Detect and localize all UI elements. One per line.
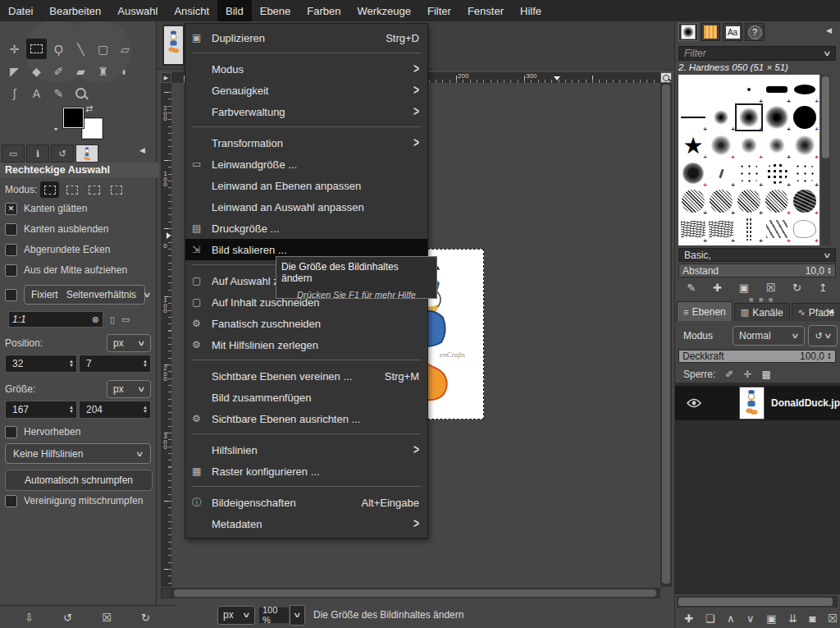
select-mode-subtract-button[interactable] [84,181,103,198]
edit-brush-icon[interactable]: ✎ [687,282,696,294]
brush-filter-input[interactable]: Filter ∨ [678,46,836,61]
menubar-item-hilfe[interactable]: Hilfe [512,0,550,21]
menubar-item-auswahl[interactable]: Auswahl [109,0,166,21]
brush-swatch-11[interactable] [707,131,735,159]
restore-tool-preset-icon[interactable]: ↺ [63,612,72,624]
brush-spacing-slider[interactable]: Abstand 10,0 ▲▼ [678,264,836,277]
menubar-item-datei[interactable]: Datei [0,0,41,21]
layer-mode-reset-button[interactable]: ↺ ∨ [808,325,838,346]
lock-alpha-icon[interactable]: ▩ [761,369,770,380]
tab-undo-history[interactable]: ↺ [51,144,74,163]
menu-item-genauigkeit[interactable]: Genauigkeit> [185,80,427,101]
lower-layer-icon[interactable]: ∨ [746,612,755,625]
size-height-input[interactable]: 204 ▲▼ [79,401,151,419]
open-brush-as-image-icon[interactable]: ↥ [819,282,828,294]
save-tool-preset-icon[interactable]: ⇩ [25,612,34,624]
default-colors-icon[interactable]: ▪▫ [54,125,56,133]
brush-swatch-10[interactable]: ★ [679,131,707,159]
dodge-burn-tool-icon[interactable]: ◐ [115,61,135,81]
rectangle-select-tool-icon[interactable] [26,39,47,59]
new-brush-icon[interactable]: ✚ [713,282,722,294]
status-zoom-value[interactable]: 100 % [258,607,290,624]
scrollbar-thumb[interactable] [678,598,833,606]
background-color-swatch[interactable] [82,118,103,139]
reset-tool-options-icon[interactable]: ↻ [141,612,150,624]
menu-item-transformation[interactable]: Transformation> [185,132,427,154]
select-mode-intersect-button[interactable] [107,181,126,198]
menubar-item-filter[interactable]: Filter [419,0,459,21]
raise-layer-icon[interactable]: ∧ [727,612,735,625]
tab-patterns[interactable] [701,23,720,41]
tab-layers[interactable]: ≡Ebenen [677,301,733,321]
swap-colors-icon[interactable]: ⇄ [85,103,93,114]
position-y-input[interactable]: 7 ▲▼ [79,355,151,373]
antialias-checkbox[interactable] [5,203,17,215]
menubar-item-fenster[interactable]: Fenster [459,0,512,21]
tab-brushes[interactable] [678,23,698,41]
color-picker-tool-icon[interactable]: ✎ [48,83,69,103]
menu-item-modus[interactable]: Modus> [185,58,427,80]
brush-swatch-6[interactable] [707,103,735,131]
menu-item-leinwand-an-auswahl-anpassen[interactable]: Leinwand an Auswahl anpassen [185,196,427,218]
menu-item-bild-zusammenfügen[interactable]: Bild zusammenfügen [185,387,427,408]
menu-item-raster-konfigurieren[interactable]: ▦Raster konfigurieren ... [185,461,427,482]
tab-help[interactable]: ? [745,23,765,41]
tab-tool-options[interactable]: ▭ [2,144,25,163]
lock-pixels-icon[interactable]: ✐ [725,369,733,380]
brush-swatch-7[interactable] [735,103,763,131]
menubar-item-farben[interactable]: Farben [299,0,349,21]
shrink-merged-checkbox[interactable] [5,495,17,507]
brush-grid-scrollbar[interactable] [821,75,830,245]
collapse-left-dock-icon[interactable]: ◀ [139,146,145,154]
status-unit-dropdown[interactable]: px ∨ [217,606,255,625]
brush-swatch-27[interactable] [735,215,763,243]
guides-dropdown[interactable]: Keine Hilfslinien ∨ [5,443,151,464]
spinner-arrows-icon[interactable]: ▲▼ [143,406,150,414]
layer-visibility-eye-icon[interactable] [687,398,701,408]
brush-swatch-29[interactable] [791,215,819,243]
delete-tool-preset-icon[interactable]: ☒ [102,612,112,624]
menu-item-sichtbare-ebenen-vereinen[interactable]: Sichtbare Ebenen vereinen ...Strg+M [185,365,427,387]
unified-transform-tool-icon[interactable]: ▱ [115,39,135,59]
navigation-corner-box[interactable] [161,588,171,598]
brush-swatch-4[interactable] [791,76,819,103]
opacity-slider[interactable]: Deckkraft 100,0 ▲▼ [678,350,836,363]
brush-swatch-19[interactable] [791,159,819,187]
brush-swatch-15[interactable] [679,159,707,187]
spinner-arrows-icon[interactable]: ▲▼ [69,406,76,414]
menu-item-metadaten[interactable]: Metadaten> [185,513,427,534]
path-tool-icon[interactable]: ʃ [4,83,25,103]
handle-transform-tool-icon[interactable]: ◤ [4,61,25,81]
brush-swatch-5[interactable] [679,103,707,131]
size-unit-dropdown[interactable]: px ∨ [107,380,151,398]
landscape-icon[interactable]: ▭ [121,314,130,325]
foreground-color-swatch[interactable] [63,108,84,128]
tab-fonts[interactable]: Aa [723,23,742,41]
brush-swatch-13[interactable] [763,131,791,159]
highlight-checkbox[interactable] [5,426,17,438]
brush-swatch-24[interactable] [791,187,819,215]
select-mode-add-button[interactable] [62,181,81,198]
scrollbar-thumb[interactable] [662,85,670,584]
ruler-corner-menu-button[interactable]: ▶ [161,72,171,83]
tab-device-status[interactable]: ℹ [26,144,49,163]
layer-row[interactable]: DonaldDuck.jp [675,386,840,420]
eraser-tool-icon[interactable]: ▰ [71,61,91,81]
spinner-arrows-icon[interactable]: ▲▼ [827,352,832,360]
new-layer-icon[interactable]: ✚ [684,612,693,625]
menubar-item-werkzeuge[interactable]: Werkzeuge [349,0,420,21]
menu-item-leinwand-an-ebenen-anpassen[interactable]: Leinwand an Ebenen anpassen [185,175,427,196]
vertical-ruler[interactable]: 2001000100200300 [161,83,171,587]
menubar-item-bild[interactable]: Bild [217,0,252,21]
text-tool-icon[interactable]: A [26,83,47,103]
merge-layer-icon[interactable]: ⇊ [788,612,797,625]
menu-item-fanatisch-zuschneiden[interactable]: ⚙Fanatisch zuschneiden [185,313,427,334]
menubar-item-ansicht[interactable]: Ansicht [166,0,217,21]
menu-item-duplizieren[interactable]: ▣DuplizierenStrg+D [185,27,427,48]
menubar-item-bearbeiten[interactable]: Bearbeiten [41,0,109,21]
brush-swatch-18[interactable] [763,159,791,187]
collapse-right-dock-icon[interactable]: ◀ [826,26,832,34]
menu-item-hilfslinien[interactable]: Hilfslinien> [185,439,427,461]
bucket-fill-tool-icon[interactable]: ◆ [26,61,47,81]
brush-swatch-3[interactable] [763,76,791,103]
